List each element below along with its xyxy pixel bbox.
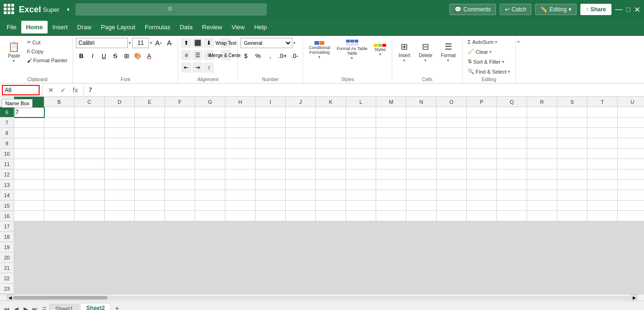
row-num-17[interactable]: 17	[0, 221, 14, 232]
conditional-formatting-button[interactable]: Conditional Formatting ▾	[306, 38, 333, 62]
row-num-16[interactable]: 16	[0, 211, 14, 221]
editing-button[interactable]: ✏️ Editing ▾	[535, 4, 577, 15]
cell-n6[interactable]	[406, 107, 437, 117]
copy-button[interactable]: ⎘ Copy	[25, 47, 70, 56]
row-num-10[interactable]: 10	[0, 149, 14, 159]
insert-cells-button[interactable]: ⊞ Insert ▾	[395, 38, 413, 66]
workbook-dropdown-arrow[interactable]: ▾	[67, 7, 70, 13]
cell-j6[interactable]	[286, 107, 316, 117]
fill-color-button[interactable]: 🎨	[132, 50, 143, 61]
add-sheet-button[interactable]: +	[112, 303, 122, 310]
scroll-track[interactable]	[13, 296, 631, 300]
wrap-text-button[interactable]: Wrap Text	[221, 38, 231, 48]
menu-page-layout[interactable]: Page Layout	[96, 21, 140, 34]
row-num-11[interactable]: 11	[0, 159, 14, 169]
menu-insert[interactable]: Insert	[48, 21, 73, 34]
menu-draw[interactable]: Draw	[73, 21, 96, 34]
row-num-22[interactable]: 22	[0, 273, 14, 284]
font-name-dropdown-icon[interactable]: ▾	[129, 41, 131, 45]
autosum-button[interactable]: Σ AutoSum ▾	[465, 38, 500, 46]
search-input[interactable]	[75, 3, 267, 16]
row-num-8[interactable]: 8	[0, 128, 14, 138]
sheet-menu-button[interactable]: ☰	[40, 304, 49, 310]
find-select-button[interactable]: 🔍 Find & Select ▾	[465, 67, 512, 76]
align-middle-button[interactable]: ⬛	[192, 38, 203, 48]
col-header-b[interactable]: B	[44, 97, 74, 107]
collapse-ribbon-button[interactable]: ⌃	[516, 40, 521, 47]
row-num-23[interactable]: 23	[0, 284, 14, 294]
merge-center-dropdown-icon[interactable]: ▾	[232, 53, 234, 58]
decrease-indent-button[interactable]: ⇤	[181, 62, 191, 73]
number-format-select[interactable]: General Number Currency Accounting Date …	[240, 38, 292, 48]
sheet-tab-sheet2[interactable]: Sheet2	[80, 303, 111, 310]
align-bottom-button[interactable]: ⬇	[204, 38, 214, 48]
cell-d6[interactable]	[105, 107, 135, 117]
menu-home[interactable]: Home	[21, 21, 48, 34]
row-num-7[interactable]: 7	[0, 117, 14, 128]
scroll-right-button[interactable]: ▶	[631, 294, 637, 301]
increase-font-size-button[interactable]: A+	[153, 38, 164, 48]
catch-button[interactable]: ↩ Catch	[500, 4, 531, 15]
col-header-m[interactable]: M	[376, 97, 406, 107]
cell-styles-button[interactable]: Styles ▾	[371, 38, 389, 62]
col-header-l[interactable]: L	[346, 97, 376, 107]
cell-r6[interactable]	[527, 107, 557, 117]
confirm-formula-button[interactable]: ✓	[58, 85, 68, 95]
cell-i6[interactable]	[256, 107, 286, 117]
sheet-nav-last-button[interactable]: ⏭	[30, 304, 40, 310]
cell-s6[interactable]	[557, 107, 587, 117]
cell-b6[interactable]	[44, 107, 74, 117]
col-header-e[interactable]: E	[135, 97, 165, 107]
menu-formulas[interactable]: Formulas	[140, 21, 175, 34]
row-num-19[interactable]: 19	[0, 242, 14, 252]
row-num-15[interactable]: 15	[0, 201, 14, 211]
text-direction-button[interactable]: ↕	[204, 62, 214, 73]
scroll-left-button[interactable]: ◀	[7, 294, 13, 301]
cell-g6[interactable]	[195, 107, 225, 117]
col-header-n[interactable]: N	[406, 97, 437, 107]
col-header-g[interactable]: G	[195, 97, 225, 107]
col-header-k[interactable]: K	[316, 97, 346, 107]
cancel-formula-button[interactable]: ✕	[46, 85, 56, 95]
name-box-input[interactable]	[2, 85, 40, 95]
cell-l6[interactable]	[346, 107, 376, 117]
cell-e6[interactable]	[135, 107, 165, 117]
sheet-nav-prev-button[interactable]: ◀	[11, 304, 21, 310]
delete-cells-button[interactable]: ⊟ Delete ▾	[415, 38, 436, 66]
minimize-button[interactable]: —	[615, 5, 623, 14]
col-header-t[interactable]: T	[587, 97, 618, 107]
col-header-f[interactable]: F	[165, 97, 195, 107]
comma-button[interactable]: ,	[265, 50, 275, 61]
paste-button[interactable]: 📋 Paste ▾	[5, 38, 24, 66]
merge-center-button[interactable]: Merge & Center	[221, 50, 231, 60]
decrease-decimal-button[interactable]: .0-	[289, 50, 300, 61]
col-header-d[interactable]: D	[105, 97, 135, 107]
share-button[interactable]: ↑ Share	[580, 4, 611, 15]
cell-u6[interactable]	[618, 107, 644, 117]
cell-o6[interactable]	[437, 107, 467, 117]
sheet-nav-next-button[interactable]: ▶	[21, 304, 30, 310]
row-num-21[interactable]: 21	[0, 263, 14, 273]
align-top-button[interactable]: ⬆	[181, 38, 191, 48]
currency-button[interactable]: $	[240, 50, 251, 61]
font-size-input[interactable]	[132, 38, 149, 48]
cell-h6[interactable]	[225, 107, 256, 117]
col-header-r[interactable]: R	[527, 97, 557, 107]
horizontal-scrollbar[interactable]: ◀ ▶	[0, 294, 644, 301]
clear-button[interactable]: 🧹 Clear ▾	[465, 47, 494, 56]
row-num-18[interactable]: 18	[0, 232, 14, 242]
font-color-button[interactable]: A	[144, 50, 154, 61]
col-header-s[interactable]: S	[557, 97, 587, 107]
menu-data[interactable]: Data	[175, 21, 197, 34]
cell-f6[interactable]	[165, 107, 195, 117]
close-button[interactable]: ✕	[634, 5, 640, 14]
menu-help[interactable]: Help	[249, 21, 272, 34]
row-num-6[interactable]: 6	[0, 107, 14, 117]
cell-t6[interactable]	[587, 107, 618, 117]
row-num-12[interactable]: 12	[0, 169, 14, 180]
col-header-q[interactable]: Q	[497, 97, 527, 107]
formula-input[interactable]	[87, 85, 642, 95]
align-left-button[interactable]: ≡	[181, 50, 191, 60]
increase-indent-button[interactable]: ⇥	[192, 62, 203, 73]
apps-icon[interactable]	[4, 4, 15, 15]
